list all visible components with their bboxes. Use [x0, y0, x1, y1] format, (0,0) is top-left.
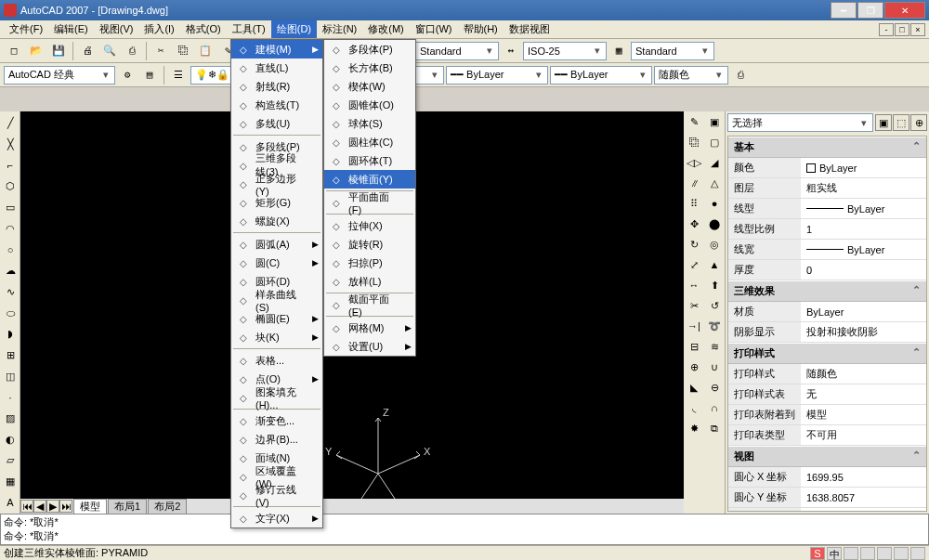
explode-icon[interactable]: ✸ — [684, 418, 704, 438]
intersect-icon[interactable]: ∩ — [704, 397, 725, 418]
pyramid-icon[interactable]: ▲ — [704, 254, 725, 275]
menu-item[interactable]: ◇渐变色... — [231, 411, 322, 430]
tab-first[interactable]: ⏮ — [20, 500, 33, 513]
circle-icon[interactable]: ○ — [0, 240, 20, 260]
menu-item[interactable]: ◇表格... — [231, 351, 322, 370]
menu-item[interactable]: ◇文字(X)▶ — [231, 509, 322, 527]
menu-insert[interactable]: 插入(I) — [138, 20, 179, 38]
box-icon[interactable]: ▢ — [704, 132, 725, 152]
layer-props-icon[interactable]: ☰ — [168, 65, 189, 85]
dimstyle-combo[interactable]: ISO-25▾ — [523, 42, 607, 60]
mdi-restore[interactable]: □ — [895, 23, 909, 36]
menu-item[interactable]: ◇长方体(B) — [324, 59, 415, 77]
menu-item[interactable]: ◇圆弧(A)▶ — [231, 235, 322, 254]
3dpoly-icon[interactable]: ▣ — [704, 111, 725, 132]
workspace-settings-icon[interactable]: ⚙ — [117, 65, 137, 85]
selectobj-icon[interactable]: ⬚ — [893, 114, 909, 131]
menu-draw[interactable]: 绘图(D) — [271, 20, 317, 38]
sectionplane-icon[interactable]: ⧉ — [704, 418, 725, 438]
tab-prev[interactable]: ◀ — [33, 500, 46, 513]
menu-item[interactable]: ◇建模(M)▶ — [231, 40, 322, 59]
break-icon[interactable]: ⊟ — [684, 336, 704, 357]
copy-obj-icon[interactable]: ⿻ — [684, 132, 704, 152]
pline-icon[interactable]: ⌐ — [0, 155, 20, 176]
cone-icon[interactable]: △ — [704, 173, 725, 193]
menu-tools[interactable]: 工具(T) — [227, 20, 271, 38]
revcloud-icon[interactable]: ☁ — [0, 261, 20, 281]
tray-icon-3[interactable] — [877, 547, 892, 560]
menu-item[interactable]: ◇圆锥体(O) — [324, 96, 415, 114]
menu-item[interactable]: ◇样条曲线(S) — [231, 291, 322, 309]
menu-item[interactable]: ◇多段体(P) — [324, 40, 415, 59]
extrude-icon[interactable]: ⬆ — [704, 275, 725, 295]
trim-icon[interactable]: ✂ — [684, 295, 704, 316]
plot-preview-icon[interactable]: 🔍 — [99, 41, 120, 61]
tab-model[interactable]: 模型 — [73, 499, 107, 514]
mdi-close[interactable]: × — [910, 23, 925, 36]
publish-icon[interactable]: ⎙ — [122, 41, 142, 61]
tablestyle-combo[interactable]: Standard▾ — [631, 42, 714, 60]
table-icon[interactable]: ▦ — [0, 472, 20, 492]
menu-item[interactable]: ◇螺旋(X) — [231, 212, 322, 230]
new-icon[interactable]: □ — [4, 41, 24, 61]
prop-row[interactable]: 线型比例1 — [728, 219, 926, 240]
region-icon[interactable]: ▱ — [0, 450, 20, 471]
mtext-icon[interactable]: A — [0, 492, 20, 513]
offset-icon[interactable]: ⫽ — [684, 173, 704, 193]
menu-item[interactable]: ◇边界(B)... — [231, 430, 322, 449]
stretch-icon[interactable]: ↔ — [684, 275, 704, 295]
textstyle-combo[interactable]: Standard▾ — [415, 42, 499, 60]
union-icon[interactable]: ∪ — [704, 357, 725, 377]
prop-row[interactable]: 打印表类型不可用 — [728, 425, 926, 446]
cylinder-icon[interactable]: ⬤ — [704, 214, 725, 234]
wedge-icon[interactable]: ◢ — [704, 152, 725, 173]
menu-modify[interactable]: 修改(M) — [362, 20, 410, 38]
xline-icon[interactable]: ╳ — [0, 135, 20, 155]
menu-dimension[interactable]: 标注(N) — [317, 20, 362, 38]
tab-layout1[interactable]: 布局1 — [108, 499, 147, 514]
rectangle-icon[interactable]: ▭ — [0, 198, 20, 218]
menu-item[interactable]: ◇圆(C)▶ — [231, 254, 322, 272]
array-icon[interactable]: ⠿ — [684, 193, 704, 214]
menu-file[interactable]: 文件(F) — [4, 20, 48, 38]
revolve-icon[interactable]: ↺ — [704, 295, 725, 316]
menu-item[interactable]: ◇网格(M)▶ — [324, 319, 415, 337]
tablestyle-icon[interactable]: ▦ — [608, 41, 629, 61]
insertblock-icon[interactable]: ⊞ — [0, 345, 20, 366]
menu-format[interactable]: 格式(O) — [180, 20, 227, 38]
pickadd-icon[interactable]: ⊕ — [910, 114, 927, 131]
ellipsearc-icon[interactable]: ◗ — [0, 324, 20, 345]
tray-icon-4[interactable] — [894, 547, 909, 560]
tab-last[interactable]: ⏭ — [59, 500, 72, 513]
move-icon[interactable]: ✥ — [684, 214, 704, 234]
prop-row[interactable]: 圆心 X 坐标1699.95 — [728, 467, 926, 488]
gradient-icon[interactable]: ◐ — [0, 429, 20, 449]
ime-icon[interactable]: S — [810, 547, 825, 560]
menu-item[interactable]: ◇设置(U)▶ — [324, 337, 415, 356]
line-icon[interactable]: ╱ — [0, 113, 20, 134]
prop-row[interactable]: 圆心 Z 坐标0 — [728, 508, 926, 512]
menu-item[interactable]: ◇正多边形(Y) — [231, 175, 322, 193]
maximize-button[interactable]: ❐ — [857, 2, 883, 19]
tray-icon-2[interactable] — [860, 547, 875, 560]
point-icon[interactable]: · — [0, 387, 20, 408]
subtract-icon[interactable]: ⊖ — [704, 377, 725, 397]
menu-item[interactable]: ◇圆柱体(C) — [324, 133, 415, 151]
scale-icon[interactable]: ⤢ — [684, 254, 704, 275]
tray-icon-5[interactable] — [910, 547, 925, 560]
fillet-icon[interactable]: ◟ — [684, 397, 704, 418]
menu-window[interactable]: 窗口(W) — [410, 20, 458, 38]
spline-icon[interactable]: ∿ — [0, 282, 20, 303]
menu-item[interactable]: ◇直线(L) — [231, 59, 322, 77]
rotate-icon[interactable]: ↻ — [684, 234, 704, 254]
loft-icon[interactable]: ≋ — [704, 336, 725, 357]
linetype-combo[interactable]: ━━ ByLayer▾ — [446, 66, 548, 85]
prop-row[interactable]: 打印样式表无 — [728, 384, 926, 405]
menu-item[interactable]: ◇楔体(W) — [324, 77, 415, 96]
paste-icon[interactable]: 📋 — [195, 41, 216, 61]
menu-item[interactable]: ◇球体(S) — [324, 114, 415, 133]
menu-item[interactable]: ◇圆环体(T) — [324, 151, 415, 170]
tab-layout2[interactable]: 布局2 — [148, 499, 187, 514]
mirror-icon[interactable]: ◁▷ — [684, 152, 704, 173]
prop-row[interactable]: 打印表附着到模型 — [728, 405, 926, 425]
